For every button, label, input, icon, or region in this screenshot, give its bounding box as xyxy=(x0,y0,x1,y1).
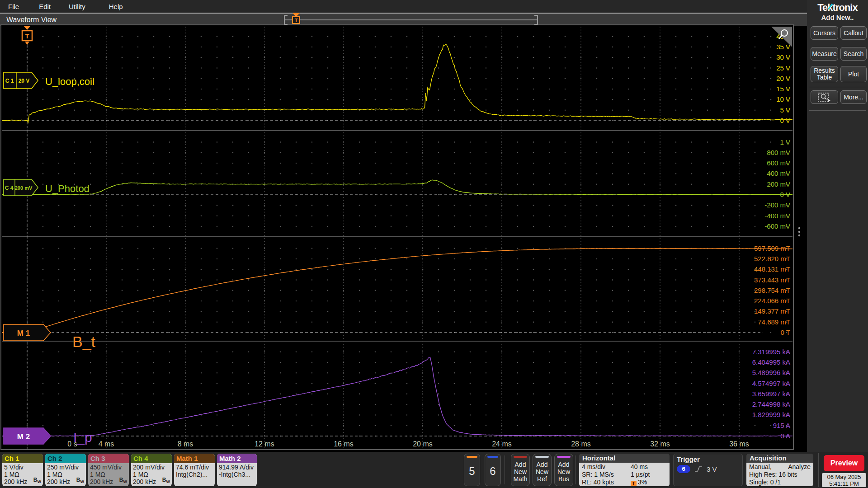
measure-button[interactable]: Measure xyxy=(811,47,838,61)
m1-badge-id: M 1 xyxy=(17,329,30,338)
axis-label-ch4: 0 V xyxy=(780,191,790,198)
add-new-heading: Add New.. xyxy=(807,14,868,21)
ch5-button[interactable]: 5 xyxy=(464,454,480,486)
ch2-badge[interactable]: Ch 2 250 mV/div1 MΩ200 kHz BW xyxy=(45,454,86,486)
axis-label-ch1: 5 V xyxy=(780,106,790,114)
divider xyxy=(818,453,819,487)
time-axis-label: 32 ms xyxy=(650,440,670,448)
math2-badge[interactable]: Math 2 914.99 A/div-Intg(Ch3... xyxy=(217,454,257,486)
ref-color-stripe xyxy=(535,456,549,458)
c4-channel-badge[interactable]: C 4200 mV xyxy=(4,179,38,196)
add-new-math-button[interactable]: Add New Math xyxy=(511,454,530,486)
divider xyxy=(575,455,576,484)
trigger-position-icon: T xyxy=(631,481,637,486)
trigger-panel[interactable]: Trigger 6 3 V xyxy=(673,454,743,486)
axis-label-ch1: 15 V xyxy=(776,85,790,93)
axis-label-ch1: 20 V xyxy=(776,75,790,82)
m2-channel-badge[interactable]: M 2 xyxy=(4,428,51,444)
search-button[interactable]: Search xyxy=(840,47,867,61)
axis-label-ch4: 600 mV xyxy=(767,159,790,167)
c1-channel-badge[interactable]: C 120 V xyxy=(4,72,38,89)
preview-button[interactable]: Preview xyxy=(824,455,864,471)
axis-label-math2: 1.829999 kA xyxy=(752,411,790,418)
sidebar-divider xyxy=(809,87,866,87)
analyze-link[interactable]: Analyze xyxy=(788,463,811,471)
axis-label-ch1: 25 V xyxy=(776,64,790,72)
zoom-corner-control[interactable] xyxy=(771,27,792,47)
menu-bar: File Edit Utility Help xyxy=(0,0,807,13)
trace-i-p[interactable] xyxy=(2,357,793,436)
menu-utility[interactable]: Utility xyxy=(64,3,90,10)
c4-badge-scale: 200 mV xyxy=(15,185,33,191)
more-button[interactable]: More... xyxy=(840,90,867,104)
rising-edge-icon xyxy=(694,465,703,473)
divider xyxy=(505,455,505,484)
menu-edit[interactable]: Edit xyxy=(34,3,55,10)
zoom-select-button[interactable] xyxy=(811,90,838,104)
time-axis-label: 12 ms xyxy=(255,440,274,448)
axis-label-ch4: 400 mV xyxy=(767,169,790,177)
time-axis-label: 4 ms xyxy=(99,440,114,448)
c1-badge-scale: 20 V xyxy=(19,78,30,84)
axis-label-math1: 522.820 mT xyxy=(754,255,790,263)
axis-label-math2: 2.744998 kA xyxy=(752,400,790,408)
menu-file[interactable]: File xyxy=(4,3,24,10)
trigger-marker[interactable]: T xyxy=(22,26,32,45)
axis-label-math2: 915 A xyxy=(773,422,790,429)
axis-label-ch4: 800 mV xyxy=(767,149,790,156)
waveform-view-title: Waveform View xyxy=(6,16,57,24)
axis-label-ch4: -400 mV xyxy=(764,212,790,220)
time-axis-label: 20 ms xyxy=(413,440,433,448)
sidebar-divider xyxy=(809,110,866,111)
trace-b-t[interactable] xyxy=(2,249,793,333)
add-new-ref-button[interactable]: Add New Ref xyxy=(533,454,552,486)
ch6-button[interactable]: 6 xyxy=(485,454,501,486)
trigger-marker-letter: T xyxy=(25,32,29,40)
ch4-badge[interactable]: Ch 4 200 mV/div1 MΩ200 kHz BW xyxy=(131,454,172,486)
horizontal-panel[interactable]: Horizontal 4 ms/div40 ms SR: 1 MS/s1 µs/… xyxy=(579,454,670,486)
trace-u-photod[interactable] xyxy=(2,180,793,195)
add-new-bus-button[interactable]: Add New Bus xyxy=(554,454,573,486)
bandwidth-badge: BW xyxy=(119,476,127,485)
clock: 5:41:11 PM xyxy=(822,480,866,487)
bottom-bar: Ch 1 5 V/div1 MΩ200 kHz BW Ch 2 250 mV/d… xyxy=(0,452,868,488)
m1-channel-badge[interactable]: M 1 xyxy=(4,324,51,341)
ch1-badge[interactable]: Ch 1 5 V/div1 MΩ200 kHz BW xyxy=(2,454,43,486)
plot-button[interactable]: Plot xyxy=(840,66,867,82)
m2-badge-id: M 2 xyxy=(17,432,30,441)
trigger-source-badge: 6 xyxy=(677,465,690,473)
axis-label-ch1: 35 V xyxy=(776,43,790,51)
time-axis-label: 8 ms xyxy=(178,440,193,448)
menu-help[interactable]: Help xyxy=(104,3,127,10)
trace-u-loop-coil[interactable] xyxy=(2,45,793,122)
cursors-button[interactable]: Cursors xyxy=(811,26,838,40)
axis-label-math2: 4.574997 kA xyxy=(752,380,790,387)
time-axis-label: 0 s xyxy=(67,440,77,448)
axis-label-math2: 6.404995 kA xyxy=(752,358,790,366)
waveform-view-titlebar: Waveform View xyxy=(0,13,807,26)
ch3-badge[interactable]: Ch 3 450 mV/div1 MΩ200 kHz BW xyxy=(88,454,129,486)
trigger-level: 3 V xyxy=(707,465,717,473)
axis-label-math1: 149.377 mT xyxy=(754,307,790,315)
axis-label-math2: 5.489996 kA xyxy=(752,369,790,376)
axis-label-math2: 0 A xyxy=(780,432,790,440)
axis-label-math1: 597.509 mT xyxy=(754,244,790,252)
callout-button[interactable]: Callout xyxy=(840,26,867,40)
ch6-color-stripe xyxy=(487,456,498,458)
axis-label-math1: 448.131 mT xyxy=(754,265,790,273)
tektronix-logo: Tektronix xyxy=(807,2,868,14)
c4-badge-id: C 4 xyxy=(5,185,14,191)
math-color-stripe xyxy=(514,456,527,458)
axis-label-ch4: 1 V xyxy=(780,138,790,146)
axis-label-ch1: 30 V xyxy=(776,53,790,61)
results-table-button[interactable]: Results Table xyxy=(811,66,838,82)
waveform-plot[interactable]: 40 V35 V30 V25 V20 V15 V10 V5 V0 V1 V800… xyxy=(0,0,868,488)
time-axis-label: 16 ms xyxy=(334,440,354,448)
bandwidth-badge: BW xyxy=(76,476,84,485)
date: 06 May 2025 xyxy=(822,474,866,480)
axis-label-ch1: 40 V xyxy=(776,33,790,40)
panel-drag-handle[interactable] xyxy=(798,227,800,236)
math1-badge[interactable]: Math 1 74.6 mT/divIntg(Ch2)... xyxy=(174,454,215,486)
acquisition-panel[interactable]: Acquisition Manual,Analyze High Res: 16 … xyxy=(746,454,813,486)
c4-trace-label: U_Photod xyxy=(45,183,90,194)
